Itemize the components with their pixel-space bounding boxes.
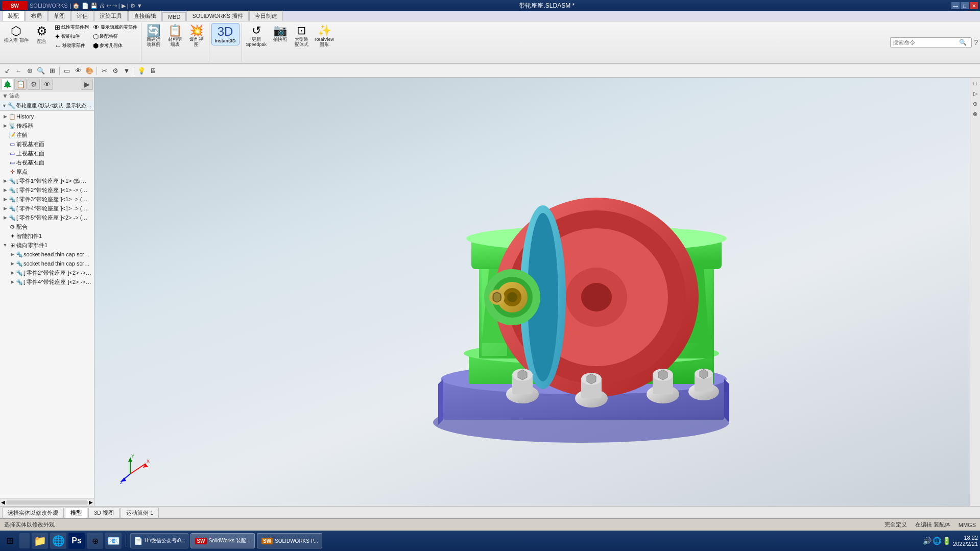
tree-item-notes[interactable]: 📝 注解	[1, 130, 93, 139]
asm-feature-button[interactable]: ⬡ 装配特征	[91, 32, 139, 41]
property-tab[interactable]: 📋	[14, 79, 27, 90]
more-view-btn[interactable]: ▼	[122, 66, 132, 76]
close-button[interactable]: ✕	[970, 2, 978, 9]
tab-render[interactable]: 渲染工具	[94, 11, 128, 21]
help-icon[interactable]: ?	[974, 38, 978, 46]
right-btn-3[interactable]: ⊕	[971, 99, 980, 108]
clock[interactable]: 18:22 2022/2/21	[953, 535, 978, 547]
mate-button[interactable]: ⚙ 配合	[32, 23, 52, 46]
lights-btn[interactable]: 💡	[136, 66, 147, 76]
ribbon-group-tools: 🔄 新建运动算例 📋 材料明细表 💥 爆炸视图	[144, 23, 209, 62]
taskbar-icon-mail[interactable]: 📧	[105, 533, 122, 549]
taskbar-sw-btn[interactable]: SW SolidWorks 装配...	[190, 533, 255, 548]
taskbar-icon-explorer[interactable]: 📁	[32, 533, 48, 549]
show-hide-button[interactable]: 👁 显示隐藏的零部件	[91, 23, 139, 32]
minimize-button[interactable]: —	[951, 2, 960, 9]
tree-item-smartfastener[interactable]: ✦ 智能扣件1	[1, 231, 93, 241]
taskbar-icon-browser[interactable]: 🌐	[50, 533, 66, 549]
display-tab[interactable]: 👁	[41, 79, 53, 90]
taskbar-icon-photoshop[interactable]: Ps	[68, 533, 85, 549]
tree-item-part5[interactable]: ▶ 🔩 [ 零件5^带轮座座 ]<2> -> (默认<	[1, 213, 93, 222]
hide-show-btn[interactable]: 👁	[73, 66, 83, 76]
zoom-to-fit-btn[interactable]: ⊕	[25, 66, 35, 76]
expand-panel-btn[interactable]: ▶	[81, 79, 93, 90]
svg-marker-38	[658, 370, 667, 380]
view-settings-btn[interactable]: ⚙	[110, 66, 121, 76]
clock-time: 18:22	[953, 535, 978, 541]
right-btn-2[interactable]: ▷	[971, 89, 980, 98]
tree-item-part4b[interactable]: ▶ 🔩 [ 零件4^带轮座座 ]<2> -> (默	[1, 277, 93, 286]
tree-item-part2[interactable]: ▶ 🔩 [ 零件2^带轮座座 ]<1> -> (默认<	[1, 185, 93, 195]
tree-item-history[interactable]: ▶ 📋 History	[1, 112, 93, 121]
view-orientation-btn[interactable]: ↙	[2, 66, 12, 76]
tab-3dview[interactable]: 3D 视图	[88, 508, 119, 518]
section-view-btn[interactable]: ✂	[99, 66, 109, 76]
large-assembly-button[interactable]: ⊡ 大型装配体式	[291, 23, 312, 49]
ref-geo-button[interactable]: ⬢ 参考几何体	[91, 41, 139, 50]
show-desktop-btn[interactable]	[19, 533, 30, 548]
scroll-right-btn[interactable]: ▶	[89, 499, 93, 505]
instant3d-button[interactable]: 3D Instant3D	[211, 23, 240, 45]
tree-item-right-plane[interactable]: ▭ 右视基准面	[1, 158, 93, 167]
prev-view-btn[interactable]: ←	[13, 66, 23, 76]
tree-item-sensors[interactable]: ▶ 📡 传感器	[1, 121, 93, 130]
linear-pattern-button[interactable]: ⊞ 线性零部件列	[53, 23, 90, 32]
screw1-icon: 🔩	[15, 250, 23, 258]
filter-label: 筛选	[9, 92, 19, 100]
maximize-button[interactable]: □	[961, 2, 969, 9]
tree-item-origin[interactable]: ✛ 原点	[1, 167, 93, 176]
tree-item-top-plane[interactable]: ▭ 上视基准面	[1, 149, 93, 158]
zoom-in-out-btn[interactable]: ⊞	[47, 66, 57, 76]
tab-mbd[interactable]: MBD	[162, 12, 186, 21]
display-mode-btn[interactable]: 🖥	[148, 66, 158, 76]
tray-icon-2[interactable]: 🌐	[933, 537, 941, 545]
tree-item-front-plane[interactable]: ▭ 前视基准面	[1, 139, 93, 149]
tree-item-screw2[interactable]: ▶ 🔩 socket head thin cap screw_c	[1, 259, 93, 268]
tree-root-item[interactable]: ▼ 🔧 带轮座座 (默认<默认_显示状态-1>)	[0, 101, 94, 111]
tree-item-screw1[interactable]: ▶ 🔩 socket head thin cap screw_c	[1, 250, 93, 259]
zoom-to-selection-btn[interactable]: 🔍	[36, 66, 46, 76]
realview-button[interactable]: ✨ RealView图形	[313, 23, 336, 49]
tab-appearance[interactable]: 选择实体以修改外观	[2, 508, 64, 518]
taskbar-file-btn[interactable]: 📄 H:\微信公众号\0...	[130, 533, 188, 548]
tab-today[interactable]: 今日制建	[249, 11, 283, 21]
tree-item-part2b[interactable]: ▶ 🔩 [ 零件2^带轮座座 ]<2> -> (默	[1, 268, 93, 277]
insert-part-button[interactable]: ⬡ 插入零 部件	[2, 23, 31, 44]
config-tab[interactable]: ⚙	[28, 79, 40, 90]
tab-model[interactable]: 模型	[65, 508, 87, 518]
bom-button[interactable]: 📋 材料明细表	[165, 23, 185, 49]
right-btn-1[interactable]: □	[971, 79, 980, 88]
tree-item-part4[interactable]: ▶ 🔩 [ 零件4^带轮座座 ]<1> -> (默认<	[1, 204, 93, 213]
search-command-input[interactable]	[893, 39, 959, 45]
tray-icon-1[interactable]: 🔊	[923, 537, 931, 545]
right-btn-4[interactable]: ⊗	[971, 109, 980, 118]
tab-motion[interactable]: 运动算例 1	[121, 508, 159, 518]
taskbar-icon-app[interactable]: ⊕	[87, 533, 103, 549]
tab-direct-edit[interactable]: 直接编辑	[128, 11, 162, 21]
status-bar: 选择实体以修改外观 完全定义 在编辑 装配体 MMGS	[0, 518, 980, 531]
start-button[interactable]: ⊞	[2, 533, 17, 548]
snapshot-button[interactable]: 📷 拍快照	[270, 23, 290, 43]
edit-appearance-btn[interactable]: 🎨	[84, 66, 94, 76]
feature-tree-tab[interactable]: 🌲	[1, 79, 13, 90]
tab-plugins[interactable]: SOLIDWORKS 插件	[186, 11, 249, 21]
tab-layout[interactable]: 布局	[25, 11, 47, 21]
scroll-left-btn[interactable]: ◀	[1, 499, 5, 505]
smart-fastener-button[interactable]: ✦ 智能扣件	[53, 32, 90, 41]
viewport[interactable]: X Y Z	[94, 78, 970, 506]
move-part-button[interactable]: ↔ 移动零部件	[53, 41, 90, 50]
taskbar-sw2-btn[interactable]: SW SOLIDWORKS P...	[257, 533, 322, 548]
tree-item-part1[interactable]: ▶ 🔩 [ 零件1^带轮座座 ]<1> (默认<默认<	[1, 176, 93, 185]
new-motion-button[interactable]: 🔄 新建运动算例	[144, 23, 164, 49]
tab-assembly[interactable]: 装配	[2, 11, 25, 21]
tab-sketch[interactable]: 草图	[48, 11, 70, 21]
tray-icon-3[interactable]: 🔋	[942, 537, 951, 545]
linear-pattern-icon: ⊞	[55, 23, 60, 31]
tree-item-mates[interactable]: ⚙ 配合	[1, 222, 93, 231]
tree-item-part3[interactable]: ▶ 🔩 [ 零件3^带轮座座 ]<1> -> (默认<	[1, 195, 93, 204]
update-speedpak-button[interactable]: ↺ 更新Speedpak	[244, 23, 269, 49]
explode-button[interactable]: 💥 爆炸视图	[186, 23, 207, 49]
tree-item-mirror[interactable]: ▼ ⊞ 镜向零部件1	[1, 241, 93, 250]
display-style-btn[interactable]: ▭	[62, 66, 72, 76]
tab-evaluate[interactable]: 评估	[71, 11, 93, 21]
